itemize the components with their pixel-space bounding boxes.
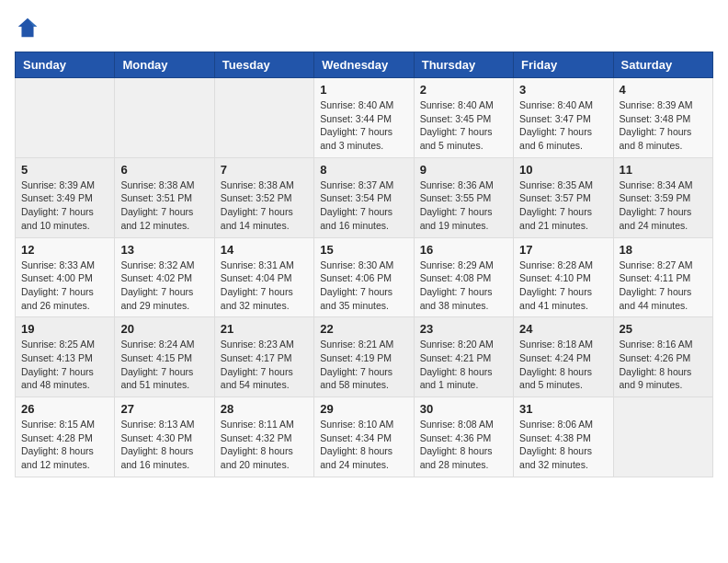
day-info: Sunrise: 8:16 AM Sunset: 4:26 PM Dayligh… [620, 338, 707, 392]
calendar-cell: 17Sunrise: 8:28 AM Sunset: 4:10 PM Dayli… [514, 237, 613, 317]
calendar-table: SundayMondayTuesdayWednesdayThursdayFrid… [15, 52, 713, 477]
day-number: 1 [320, 83, 407, 97]
calendar-week-row: 1Sunrise: 8:40 AM Sunset: 3:44 PM Daylig… [16, 78, 713, 158]
logo [15, 15, 44, 40]
calendar-cell: 24Sunrise: 8:18 AM Sunset: 4:24 PM Dayli… [514, 317, 613, 397]
weekday-header-saturday: Saturday [613, 52, 712, 78]
weekday-header-thursday: Thursday [414, 52, 513, 78]
day-number: 15 [320, 243, 407, 257]
day-info: Sunrise: 8:37 AM Sunset: 3:54 PM Dayligh… [320, 178, 407, 233]
day-number: 2 [420, 83, 507, 97]
day-number: 11 [620, 163, 707, 177]
day-number: 19 [21, 322, 108, 336]
calendar-cell: 25Sunrise: 8:16 AM Sunset: 4:26 PM Dayli… [613, 317, 712, 397]
calendar-cell [115, 78, 214, 158]
calendar-cell: 1Sunrise: 8:40 AM Sunset: 3:44 PM Daylig… [314, 78, 414, 158]
day-number: 27 [120, 402, 208, 416]
weekday-header-tuesday: Tuesday [214, 52, 313, 78]
day-number: 6 [120, 163, 208, 177]
day-number: 26 [21, 402, 108, 416]
day-number: 17 [519, 243, 607, 257]
day-info: Sunrise: 8:32 AM Sunset: 4:02 PM Dayligh… [120, 259, 208, 313]
calendar-cell: 30Sunrise: 8:08 AM Sunset: 4:36 PM Dayli… [414, 397, 513, 477]
day-info: Sunrise: 8:28 AM Sunset: 4:10 PM Dayligh… [519, 259, 607, 313]
calendar-cell: 7Sunrise: 8:38 AM Sunset: 3:52 PM Daylig… [214, 157, 313, 237]
calendar-cell: 28Sunrise: 8:11 AM Sunset: 4:32 PM Dayli… [214, 397, 313, 477]
day-info: Sunrise: 8:33 AM Sunset: 4:00 PM Dayligh… [21, 259, 108, 313]
day-number: 3 [519, 83, 607, 97]
day-number: 8 [320, 163, 407, 177]
calendar-cell: 13Sunrise: 8:32 AM Sunset: 4:02 PM Dayli… [115, 237, 214, 317]
weekday-header-wednesday: Wednesday [314, 52, 414, 78]
day-info: Sunrise: 8:23 AM Sunset: 4:17 PM Dayligh… [221, 338, 308, 392]
day-number: 21 [221, 322, 308, 336]
day-number: 4 [620, 83, 707, 97]
logo-icon [15, 15, 40, 40]
day-info: Sunrise: 8:18 AM Sunset: 4:24 PM Dayligh… [519, 338, 607, 392]
calendar-week-row: 19Sunrise: 8:25 AM Sunset: 4:13 PM Dayli… [16, 317, 713, 397]
page-header [15, 15, 713, 40]
day-number: 22 [320, 322, 407, 336]
day-info: Sunrise: 8:10 AM Sunset: 4:34 PM Dayligh… [320, 418, 407, 472]
calendar-cell [16, 78, 115, 158]
calendar-cell: 2Sunrise: 8:40 AM Sunset: 3:45 PM Daylig… [414, 78, 513, 158]
calendar-cell: 8Sunrise: 8:37 AM Sunset: 3:54 PM Daylig… [314, 157, 414, 237]
day-number: 25 [620, 322, 707, 336]
day-info: Sunrise: 8:20 AM Sunset: 4:21 PM Dayligh… [420, 338, 507, 392]
calendar-cell: 16Sunrise: 8:29 AM Sunset: 4:08 PM Dayli… [414, 237, 513, 317]
calendar-cell: 23Sunrise: 8:20 AM Sunset: 4:21 PM Dayli… [414, 317, 513, 397]
weekday-header-friday: Friday [514, 52, 613, 78]
calendar-cell: 22Sunrise: 8:21 AM Sunset: 4:19 PM Dayli… [314, 317, 414, 397]
day-info: Sunrise: 8:11 AM Sunset: 4:32 PM Dayligh… [221, 418, 308, 472]
calendar-cell: 21Sunrise: 8:23 AM Sunset: 4:17 PM Dayli… [214, 317, 313, 397]
day-number: 16 [420, 243, 507, 257]
calendar-cell: 31Sunrise: 8:06 AM Sunset: 4:38 PM Dayli… [514, 397, 613, 477]
day-number: 10 [519, 163, 607, 177]
calendar-week-row: 5Sunrise: 8:39 AM Sunset: 3:49 PM Daylig… [16, 157, 713, 237]
day-number: 14 [221, 243, 308, 257]
calendar-cell: 27Sunrise: 8:13 AM Sunset: 4:30 PM Dayli… [115, 397, 214, 477]
day-info: Sunrise: 8:40 AM Sunset: 3:47 PM Dayligh… [519, 98, 607, 153]
weekday-header-row: SundayMondayTuesdayWednesdayThursdayFrid… [16, 52, 713, 78]
calendar-cell [214, 78, 313, 158]
day-info: Sunrise: 8:21 AM Sunset: 4:19 PM Dayligh… [320, 338, 407, 392]
calendar-cell: 9Sunrise: 8:36 AM Sunset: 3:55 PM Daylig… [414, 157, 513, 237]
weekday-header-sunday: Sunday [16, 52, 115, 78]
calendar-cell: 6Sunrise: 8:38 AM Sunset: 3:51 PM Daylig… [115, 157, 214, 237]
weekday-header-monday: Monday [115, 52, 214, 78]
day-info: Sunrise: 8:40 AM Sunset: 3:45 PM Dayligh… [420, 98, 507, 153]
calendar-cell: 5Sunrise: 8:39 AM Sunset: 3:49 PM Daylig… [16, 157, 115, 237]
day-info: Sunrise: 8:38 AM Sunset: 3:52 PM Dayligh… [221, 178, 308, 233]
day-info: Sunrise: 8:36 AM Sunset: 3:55 PM Dayligh… [420, 178, 507, 233]
day-number: 7 [221, 163, 308, 177]
day-info: Sunrise: 8:27 AM Sunset: 4:11 PM Dayligh… [620, 259, 707, 313]
day-info: Sunrise: 8:30 AM Sunset: 4:06 PM Dayligh… [320, 259, 407, 313]
calendar-cell: 18Sunrise: 8:27 AM Sunset: 4:11 PM Dayli… [613, 237, 712, 317]
calendar-cell: 10Sunrise: 8:35 AM Sunset: 3:57 PM Dayli… [514, 157, 613, 237]
day-info: Sunrise: 8:35 AM Sunset: 3:57 PM Dayligh… [519, 178, 607, 233]
calendar-week-row: 26Sunrise: 8:15 AM Sunset: 4:28 PM Dayli… [16, 397, 713, 477]
day-number: 18 [620, 243, 707, 257]
day-number: 13 [120, 243, 208, 257]
calendar-cell: 4Sunrise: 8:39 AM Sunset: 3:48 PM Daylig… [613, 78, 712, 158]
calendar-cell [613, 397, 712, 477]
calendar-cell: 3Sunrise: 8:40 AM Sunset: 3:47 PM Daylig… [514, 78, 613, 158]
calendar-week-row: 12Sunrise: 8:33 AM Sunset: 4:00 PM Dayli… [16, 237, 713, 317]
calendar-cell: 26Sunrise: 8:15 AM Sunset: 4:28 PM Dayli… [16, 397, 115, 477]
day-number: 5 [21, 163, 108, 177]
day-info: Sunrise: 8:38 AM Sunset: 3:51 PM Dayligh… [120, 178, 208, 233]
day-info: Sunrise: 8:39 AM Sunset: 3:49 PM Dayligh… [21, 178, 108, 233]
day-info: Sunrise: 8:40 AM Sunset: 3:44 PM Dayligh… [320, 98, 407, 153]
day-number: 30 [420, 402, 507, 416]
day-info: Sunrise: 8:15 AM Sunset: 4:28 PM Dayligh… [21, 418, 108, 472]
calendar-cell: 20Sunrise: 8:24 AM Sunset: 4:15 PM Dayli… [115, 317, 214, 397]
calendar-cell: 15Sunrise: 8:30 AM Sunset: 4:06 PM Dayli… [314, 237, 414, 317]
day-info: Sunrise: 8:25 AM Sunset: 4:13 PM Dayligh… [21, 338, 108, 392]
day-info: Sunrise: 8:34 AM Sunset: 3:59 PM Dayligh… [620, 178, 707, 233]
day-number: 28 [221, 402, 308, 416]
day-number: 24 [519, 322, 607, 336]
calendar-cell: 12Sunrise: 8:33 AM Sunset: 4:00 PM Dayli… [16, 237, 115, 317]
day-info: Sunrise: 8:39 AM Sunset: 3:48 PM Dayligh… [620, 98, 707, 153]
day-info: Sunrise: 8:13 AM Sunset: 4:30 PM Dayligh… [120, 418, 208, 472]
calendar-cell: 11Sunrise: 8:34 AM Sunset: 3:59 PM Dayli… [613, 157, 712, 237]
